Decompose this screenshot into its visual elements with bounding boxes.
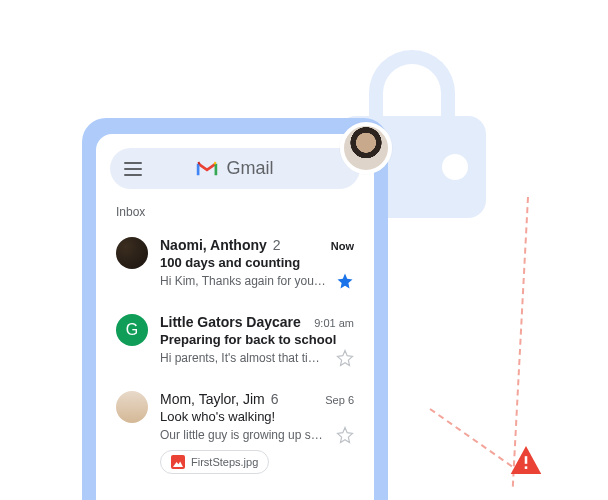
email-senders: Mom, Taylor, Jim 6 bbox=[160, 391, 278, 407]
avatar bbox=[116, 391, 148, 423]
decorative-dashed-line bbox=[429, 408, 512, 467]
email-snippet: Our little guy is growing up soo fast bbox=[160, 428, 328, 442]
app-name: Gmail bbox=[226, 158, 273, 179]
email-senders: Naomi, Anthony 2 bbox=[160, 237, 281, 253]
email-subject: 100 days and counting bbox=[160, 255, 354, 270]
attachment-name: FirstSteps.jpg bbox=[191, 456, 258, 468]
avatar: G bbox=[116, 314, 148, 346]
screen: Gmail Inbox Naomi, Anthony 2 Now 100 day… bbox=[96, 134, 374, 500]
email-row[interactable]: G Little Gators Daycare 9:01 am Preparin… bbox=[110, 304, 360, 381]
email-row[interactable]: Naomi, Anthony 2 Now 100 days and counti… bbox=[110, 227, 360, 304]
top-bar: Gmail bbox=[110, 148, 360, 189]
avatar bbox=[116, 237, 148, 269]
email-time: 9:01 am bbox=[314, 317, 354, 329]
email-list: Naomi, Anthony 2 Now 100 days and counti… bbox=[96, 227, 374, 488]
email-time: Sep 6 bbox=[325, 394, 354, 406]
email-time: Now bbox=[331, 240, 354, 252]
attachment-chip[interactable]: FirstSteps.jpg bbox=[160, 450, 269, 474]
device-frame: Gmail Inbox Naomi, Anthony 2 Now 100 day… bbox=[82, 118, 388, 500]
star-icon[interactable] bbox=[336, 349, 354, 367]
decorative-dashed-line bbox=[512, 197, 529, 487]
svg-rect-0 bbox=[525, 456, 528, 464]
svg-rect-1 bbox=[525, 466, 528, 469]
star-icon[interactable] bbox=[336, 426, 354, 444]
profile-avatar[interactable] bbox=[340, 122, 392, 174]
email-subject: Look who's walking! bbox=[160, 409, 354, 424]
image-icon bbox=[171, 455, 185, 469]
menu-button[interactable] bbox=[124, 162, 142, 176]
warning-icon bbox=[510, 446, 542, 474]
email-snippet: Hi Kim, Thanks again for your sweet… bbox=[160, 274, 328, 288]
email-senders: Little Gators Daycare bbox=[160, 314, 301, 330]
gmail-logo-icon bbox=[196, 161, 218, 177]
email-subject: Preparing for back to school bbox=[160, 332, 354, 347]
star-icon[interactable] bbox=[336, 272, 354, 290]
email-row[interactable]: Mom, Taylor, Jim 6 Sep 6 Look who's walk… bbox=[110, 381, 360, 488]
inbox-label: Inbox bbox=[96, 189, 374, 227]
app-brand: Gmail bbox=[196, 158, 273, 179]
email-snippet: Hi parents, It's almost that time… bbox=[160, 351, 328, 365]
